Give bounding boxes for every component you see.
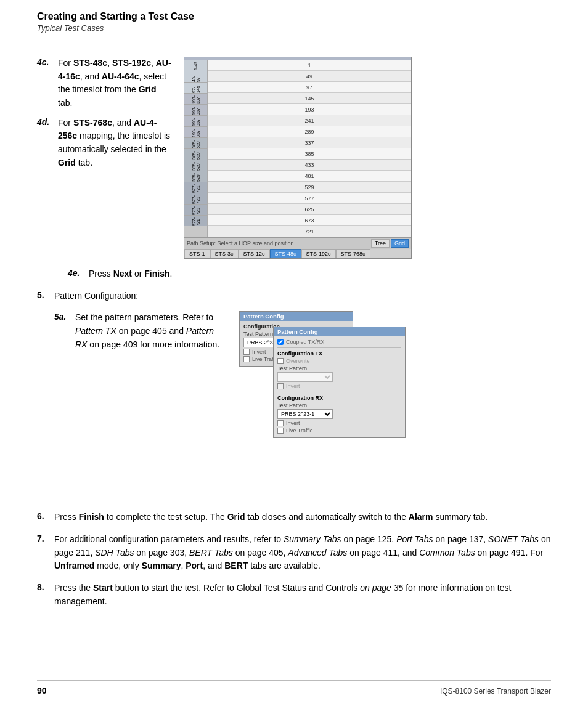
step-6: 6. Press Finish to complete the test set… — [37, 511, 551, 524]
tab-sts3c[interactable]: STS-3c — [210, 249, 239, 258]
pc-test-pattern-tx-label: Test Pattern — [277, 365, 401, 371]
pc-invert-tx-row: Invert — [277, 383, 401, 389]
grid-status-text: Path Setup: Select a HOP size and positi… — [187, 240, 295, 246]
pc-invert-tx-label: Invert — [286, 383, 300, 389]
step-4e-body: Press Next or Finish. — [89, 267, 172, 281]
pc-test-pattern-tx-select[interactable] — [277, 372, 333, 382]
tab-sts192c[interactable]: STS-192c — [301, 249, 336, 258]
step-7: 7. For additional configuration paramete… — [37, 533, 551, 573]
grid-label-5: 193-337 — [184, 104, 207, 115]
pc-live-traffic-checkbox[interactable] — [243, 356, 250, 362]
grid-label-1: 1-49 — [184, 60, 207, 71]
tab-sts1[interactable]: STS-1 — [184, 249, 210, 258]
step-5a-body: Set the pattern parameters. Refer to Pat… — [75, 311, 227, 351]
content-area: 4c. For STS-48c, STS-192c, AU-4-16c, and… — [37, 57, 551, 617]
step-5-header: 5. Pattern Configuration: — [37, 290, 551, 303]
grid-label-8: 385-529 — [184, 137, 207, 148]
step-4c-label: 4c. — [37, 57, 58, 67]
step-7-body: For additional configuration parameters … — [54, 533, 551, 573]
tree-button[interactable]: Tree — [371, 239, 390, 248]
step-4d: 4d. For STS-768c, and AU-4-256c mapping,… — [37, 116, 173, 170]
header: Creating and Starting a Test Case Typica… — [37, 0, 551, 39]
pc-test-pattern-rx-select[interactable]: PRBS 2^23-1 — [277, 409, 333, 419]
pc-invert-checkbox[interactable] — [243, 349, 250, 355]
pc-coupled-label: Coupled TX/RX — [286, 339, 324, 345]
step-5a-text-area: 5a. Set the pattern parameters. Refer to… — [54, 311, 227, 357]
footer-page-num: 90 — [37, 686, 47, 696]
grid-label-13: 577-721 — [184, 193, 207, 204]
step-5-block: 5. Pattern Configuration: 5a. Set the pa… — [37, 290, 551, 503]
tab-sts48c[interactable]: STS-48c — [270, 249, 301, 258]
pc-invert-tx-checkbox[interactable] — [277, 383, 284, 389]
pc-invert-rx-checkbox[interactable] — [277, 420, 284, 426]
pc-invert-rx-row: Invert — [277, 420, 401, 426]
step-8-num: 8. — [37, 582, 54, 592]
pc-live-traffic-rx-row: Live Traffic — [277, 428, 401, 434]
pc-outer-title: Pattern Config — [240, 312, 353, 321]
step-5a-row: 5a. Set the pattern parameters. Refer to… — [37, 311, 551, 502]
grid-label-9: 385-529 — [184, 148, 207, 160]
footer-product: IQS-8100 Series Transport Blazer — [440, 687, 551, 696]
pc-test-pattern-rx-label: Test Pattern — [277, 402, 401, 408]
step-4e-label: 4e. — [68, 267, 89, 278]
step-4c: 4c. For STS-48c, STS-192c, AU-4-16c, and… — [37, 57, 173, 110]
grid-label-2: 49-97 — [184, 71, 207, 82]
grid-label-15: 577-721 — [184, 215, 207, 226]
step-7-num: 7. — [37, 533, 54, 543]
grid-screenshot: 1-49 49-97 97-145 193-337 193-337 193-33… — [184, 57, 412, 259]
pc-invert-label: Invert — [252, 349, 266, 355]
tab-sts768c[interactable]: STS-768c — [336, 249, 370, 258]
pc-coupled-row: Coupled TX/RX — [277, 339, 401, 345]
step-4d-body: For STS-768c, and AU-4-256c mapping, the… — [58, 116, 173, 170]
grid-label-7: 193-337 — [184, 126, 207, 137]
pc-overwrite-row: Overwrite — [277, 358, 401, 364]
pc-live-traffic-rx-checkbox[interactable] — [277, 428, 284, 434]
pattern-config-area: Pattern Config Configuration Test Patter… — [239, 311, 551, 502]
step-4e: 4e. Press Next or Finish. — [37, 267, 551, 281]
step-5-num: 5. — [37, 290, 54, 300]
step-8-body: Press the Start button to start the test… — [54, 582, 551, 608]
pc-overwrite-checkbox[interactable] — [277, 358, 284, 364]
step-6-body: Press Finish to complete the test setup.… — [54, 511, 551, 524]
grid-label-12: 577-721 — [184, 182, 207, 193]
grid-label-11: 385-529 — [184, 171, 207, 182]
footer: 90 IQS-8100 Series Transport Blazer — [37, 680, 551, 696]
step-4d-label: 4d. — [37, 116, 58, 127]
pc-invert-rx-label: Invert — [286, 420, 300, 426]
grid-label-10: 385-529 — [184, 160, 207, 171]
step-5a: 5a. Set the pattern parameters. Refer to… — [54, 311, 227, 351]
grid-label-14: 577-721 — [184, 204, 207, 215]
step-4c-4d-block: 4c. For STS-48c, STS-192c, AU-4-16c, and… — [37, 57, 551, 259]
pc-inner-title: Pattern Config — [274, 327, 405, 336]
pc-overwrite-label: Overwrite — [286, 358, 310, 364]
step-8: 8. Press the Start button to start the t… — [37, 582, 551, 608]
grid-label-3: 97-145 — [184, 82, 207, 93]
step-6-num: 6. — [37, 511, 54, 521]
step-5a-label: 5a. — [54, 311, 75, 322]
step-5-body: Pattern Configuration: — [54, 290, 551, 303]
pc-config-rx-title: Configuration RX — [277, 395, 401, 401]
page: Creating and Starting a Test Case Typica… — [0, 0, 588, 714]
pc-config-tx-title: Configuration TX — [277, 351, 401, 357]
sub-steps-left: 4c. For STS-48c, STS-192c, AU-4-16c, and… — [37, 57, 173, 259]
step-4c-body: For STS-48c, STS-192c, AU-4-16c, and AU-… — [58, 57, 173, 110]
grid-image-area: 1-49 49-97 97-145 193-337 193-337 193-33… — [184, 57, 551, 259]
page-subtitle: Typical Test Cases — [37, 23, 551, 33]
pc-live-traffic-rx-label: Live Traffic — [286, 428, 312, 434]
tab-sts12c[interactable]: STS-12c — [239, 249, 270, 258]
grid-label-6: 193-337 — [184, 115, 207, 126]
pc-coupled-checkbox[interactable] — [277, 339, 284, 345]
page-title: Creating and Starting a Test Case — [37, 11, 551, 22]
grid-button[interactable]: Grid — [391, 239, 409, 248]
grid-label-4: 193-337 — [184, 93, 207, 104]
pattern-config-screenshot: Pattern Config Configuration Test Patter… — [239, 311, 406, 502]
